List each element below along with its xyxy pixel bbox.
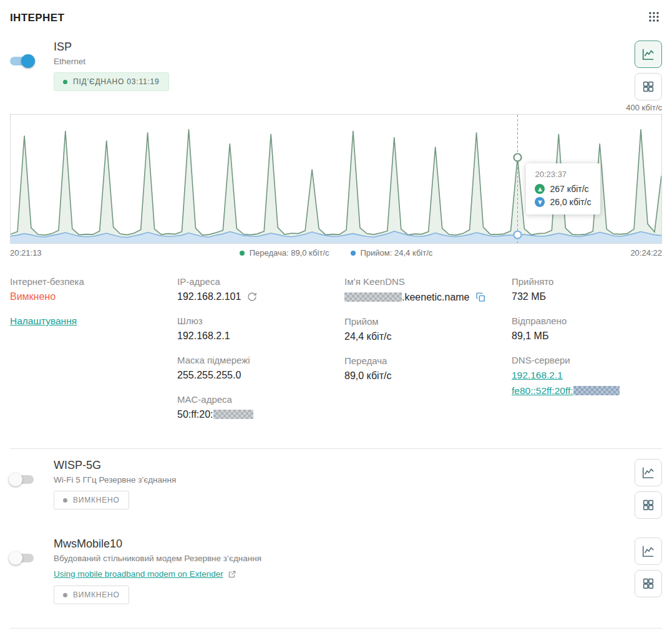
- line-chart-icon: [641, 47, 655, 61]
- toggle-knob: [9, 551, 22, 565]
- external-link-icon: [228, 570, 236, 579]
- details-col-4: Прийнято 732 МБ Відправлено 89,1 МБ DNS-…: [512, 276, 662, 433]
- chart-plot-area[interactable]: 20:23:37 ▲267 кбіт/с ▼26,0 кбіт/с: [10, 114, 662, 244]
- mask-value: 255.255.255.0: [177, 370, 344, 381]
- keendns-value: .keenetic.name: [344, 291, 512, 303]
- upload-arrow-icon: ▲: [535, 184, 545, 194]
- toggle-knob: [9, 473, 22, 486]
- apps-grid-icon[interactable]: [646, 9, 662, 27]
- page-title: ІНТЕРНЕТ: [10, 12, 64, 24]
- mac-value: 50:ff:20:: [177, 409, 344, 420]
- security-value: Вимкнено: [10, 291, 177, 302]
- dns-server-2-link[interactable]: fe80::52ff:20ff:: [512, 385, 662, 397]
- sent-label: Відправлено: [512, 316, 662, 326]
- details-col-1: Інтернет-безпека Вимкнено Налаштування: [10, 276, 177, 433]
- wisp-toggle[interactable]: [10, 475, 34, 484]
- connection-name: WISP-5G: [54, 459, 633, 472]
- tooltip-time: 20:23:37: [535, 170, 591, 179]
- chart-view-button[interactable]: [635, 537, 662, 565]
- sent-value: 89,1 МБ: [512, 330, 662, 342]
- tooltip-upload: 267 кбіт/с: [550, 184, 588, 194]
- tooltip-download: 26,0 кбіт/с: [550, 197, 591, 207]
- mac-label: MAC-адреса: [177, 394, 344, 405]
- rx-label: Прийом: [344, 316, 512, 327]
- ip-value: 192.168.2.101: [177, 291, 241, 302]
- received-label: Прийнято: [512, 276, 662, 287]
- rx-value: 24,4 кбіт/с: [344, 331, 512, 342]
- dns-label: DNS-сервери: [512, 355, 662, 365]
- traffic-chart: 400 кбіт/с 20:23:37 ▲267 кбіт/с ▼26,0 кб…: [10, 103, 662, 258]
- toggle-knob: [21, 54, 35, 68]
- status-dot: [63, 498, 67, 503]
- dns-server-1-link[interactable]: 192.168.2.1: [512, 370, 662, 381]
- tx-label: Передача: [344, 355, 512, 366]
- censored-keendns: [344, 292, 402, 302]
- connection-subtitle: Ethernet: [54, 57, 633, 66]
- chart-max-label: 400 кбіт/с: [10, 103, 662, 112]
- bottom-divider: [10, 628, 662, 629]
- chart-time-start: 20:21:13: [10, 248, 66, 258]
- connection-wisp: WISP-5G Wi-Fi 5 ГГц Резервне з’єднання В…: [10, 449, 662, 528]
- renew-ip-icon[interactable]: [246, 291, 258, 302]
- connection-details: Інтернет-безпека Вимкнено Налаштування I…: [10, 276, 662, 433]
- details-view-button[interactable]: [635, 491, 662, 519]
- status-badge: ВИМКНЕНО: [54, 585, 129, 604]
- details-col-2: IP-адреса 192.168.2.101 Шлюз 192.168.2.1…: [177, 276, 344, 433]
- grid-view-icon: [641, 80, 655, 94]
- details-view-button[interactable]: [635, 570, 662, 597]
- connection-name: ISP: [54, 41, 633, 54]
- legend-dot-blue: [351, 251, 356, 256]
- connection-name: MwsMobile10: [54, 537, 633, 551]
- status-dot: [63, 593, 67, 597]
- status-badge: ПІД’ЄДНАНО 03:11:19: [54, 72, 169, 91]
- connection-subtitle: Wi-Fi 5 ГГц Резервне з’єднання: [54, 475, 633, 484]
- modem-help-link[interactable]: Using mobile broadband modem on Extender: [54, 569, 223, 579]
- connection-subtitle: Вбудований стільниковий модем Резервне з…: [54, 554, 633, 563]
- tx-value: 89,0 кбіт/с: [344, 370, 512, 382]
- ip-label: IP-адреса: [177, 276, 344, 287]
- isp-toggle[interactable]: [10, 57, 34, 65]
- grid-view-icon: [641, 577, 655, 590]
- legend-receive: Прийом: 24,4 кбіт/с: [351, 248, 433, 258]
- censored-dns: [573, 386, 620, 395]
- security-settings-link[interactable]: Налаштування: [10, 316, 77, 326]
- gateway-label: Шлюз: [177, 316, 344, 326]
- chart-footer: 20:21:13 Передача: 89,0 кбіт/с Прийом: 2…: [10, 248, 662, 258]
- line-chart-icon: [641, 466, 655, 479]
- legend-dot-green: [240, 251, 245, 256]
- connection-mws: MwsMobile10 Вбудований стільниковий моде…: [10, 528, 662, 613]
- status-badge: ВИМКНЕНО: [54, 491, 129, 509]
- censored-mac: [213, 410, 253, 419]
- chart-view-button[interactable]: [635, 459, 662, 486]
- security-label: Інтернет-безпека: [10, 276, 177, 287]
- copy-icon[interactable]: [475, 291, 486, 303]
- internet-page: ІНТЕРНЕТ ISP Ethernet ПІД’ЄДНАНО 03:11:1…: [0, 0, 672, 635]
- mws-toggle[interactable]: [10, 554, 34, 562]
- legend-transmit: Передача: 89,0 кбіт/с: [240, 248, 329, 258]
- status-dot: [63, 80, 67, 84]
- details-view-button[interactable]: [635, 73, 662, 100]
- chart-view-button[interactable]: [635, 41, 662, 68]
- download-arrow-icon: ▼: [535, 197, 545, 207]
- gateway-value: 192.168.2.1: [177, 330, 344, 342]
- keendns-label: Ім’я KeenDNS: [344, 276, 512, 287]
- connection-isp: ISP Ethernet ПІД’ЄДНАНО 03:11:19: [10, 41, 662, 100]
- chart-time-end: 20:24:22: [606, 248, 662, 258]
- chart-tooltip: 20:23:37 ▲267 кбіт/с ▼26,0 кбіт/с: [526, 163, 600, 214]
- page-header: ІНТЕРНЕТ: [10, 9, 662, 27]
- line-chart-icon: [641, 544, 655, 558]
- received-value: 732 МБ: [512, 291, 662, 302]
- grid-view-icon: [641, 498, 655, 512]
- details-col-3: Ім’я KeenDNS .keenetic.name Прийом 24,4 …: [344, 276, 512, 433]
- mask-label: Маска підмережі: [177, 355, 344, 365]
